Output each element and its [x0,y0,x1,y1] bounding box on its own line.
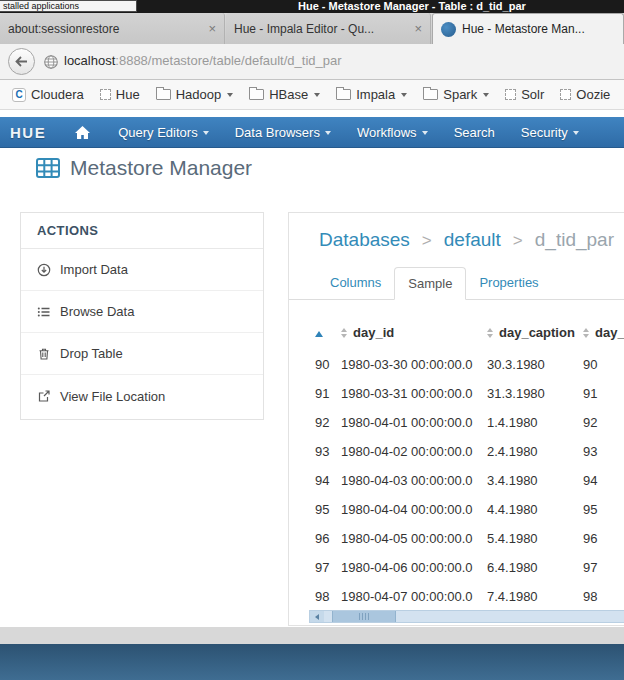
session-overlay-tab[interactable]: stalled applications [0,0,137,12]
breadcrumb-current-table: d_tid_par [535,229,614,250]
nav-data-browsers[interactable]: Data Browsers [222,117,344,147]
trash-icon [37,347,51,361]
table-cell: 31.3.1980 [487,379,583,408]
sample-table-body: 901980-03-30 00:00:00.030.3.198090911980… [315,350,624,611]
caret-down-icon [573,131,579,135]
arrow-left-icon [315,614,319,620]
table-cell: 1980-04-01 00:00:00.0 [341,408,487,437]
folder-icon [423,89,438,100]
breadcrumb-databases[interactable]: Databases [319,229,410,250]
nav-label: Data Browsers [235,125,320,140]
import-icon [37,263,51,277]
action-label: Drop Table [60,346,123,361]
action-import-data[interactable]: Import Data [21,249,263,291]
bookmark-folder-impala[interactable]: Impala [328,80,415,109]
url-field[interactable]: localhost:8888/metastore/table/default/d… [64,44,342,78]
table-cell: 3.4.1980 [487,466,583,495]
row-index-cell: 93 [315,437,341,466]
table-cell: 97 [583,553,624,582]
nav-label: Security [521,125,568,140]
caret-down-icon [401,93,407,97]
table-cell: 93 [583,437,624,466]
tab-sample[interactable]: Sample [394,267,466,300]
table-row: 941980-04-03 00:00:00.03.4.198094 [315,466,624,495]
table-cell: 1980-04-03 00:00:00.0 [341,466,487,495]
bookmark-oozie[interactable]: Oozie [552,80,618,109]
scroll-left-button[interactable] [310,611,324,622]
row-index-cell: 91 [315,379,341,408]
table-cell: 6.4.1980 [487,553,583,582]
tab-columns[interactable]: Columns [317,267,394,300]
desktop-footer-bar [0,644,624,680]
action-label: Browse Data [60,304,134,319]
horizontal-scrollbar[interactable] [309,610,624,623]
cloudera-icon: C [12,88,26,102]
row-index-cell: 96 [315,524,341,553]
bookmark-label: Solr [521,87,544,102]
caret-down-icon [422,131,428,135]
bookmark-folder-hadoop[interactable]: Hadoop [148,80,242,109]
sort-icon [341,328,347,338]
close-icon[interactable]: × [208,22,216,35]
close-icon[interactable]: × [414,22,422,35]
column-header-day-clipped[interactable]: day_ [583,322,624,350]
nav-search[interactable]: Search [441,117,508,147]
window-bottom-strip [0,627,624,644]
bookmark-cloudera[interactable]: C Cloudera [4,80,92,109]
table-row: 971980-04-06 00:00:00.06.4.198097 [315,553,624,582]
actions-panel: ACTIONS Import Data Browse Data Drop Tab… [20,212,264,420]
folder-icon [336,89,351,100]
back-arrow-icon [15,56,28,67]
breadcrumb-default[interactable]: default [444,229,501,250]
bookmark-folder-spark[interactable]: Spark [415,80,497,109]
bookmark-solr[interactable]: Solr [497,80,552,109]
column-label: day_caption [499,325,575,340]
column-header-day-id[interactable]: day_id [341,322,487,350]
action-label: View File Location [60,389,165,404]
table-cell: 30.3.1980 [487,350,583,379]
back-button[interactable] [8,48,35,75]
bookmark-label: Impala [356,87,395,102]
window-title: Hue - Metastore Manager - Table : d_tid_… [298,0,526,13]
scrollbar-thumb[interactable] [332,611,396,622]
actions-panel-header: ACTIONS [21,213,263,249]
globe-icon [43,54,59,70]
nav-workflows[interactable]: Workflows [344,117,441,147]
breadcrumb: Databases>default>d_tid_par [319,229,624,251]
table-row: 951980-04-04 00:00:00.04.4.198095 [315,495,624,524]
column-header-index[interactable] [315,322,341,350]
hue-logo[interactable]: HUE [10,124,46,141]
table-cell: 91 [583,379,624,408]
browser-tab-impala-editor[interactable]: Hue - Impala Editor - Qu... × [226,13,431,44]
table-cell: 95 [583,495,624,524]
table-row: 911980-03-31 00:00:00.031.3.198091 [315,379,624,408]
folder-icon [156,89,171,100]
bookmark-folder-hbase[interactable]: HBase [241,80,328,109]
nav-query-editors[interactable]: Query Editors [105,117,221,147]
table-cell: 7.4.1980 [487,582,583,611]
table-cell: 98 [583,582,624,611]
column-header-day-caption[interactable]: day_caption [487,322,583,350]
table-cell: 5.4.1980 [487,524,583,553]
default-bookmark-icon [100,89,111,100]
browser-tab-metastore-active[interactable]: Hue - Metastore Man... [432,13,624,44]
column-label: day_ [595,325,624,340]
page-title: Metastore Manager [70,156,252,180]
row-index-cell: 95 [315,495,341,524]
tab-properties[interactable]: Properties [466,267,551,300]
table-header-row: day_id day_caption day_ [315,322,624,350]
bookmark-label: Hadoop [176,87,222,102]
browser-tab-sessionrestore[interactable]: about:sessionrestore × [0,13,225,44]
breadcrumb-separator: > [513,231,523,250]
nav-security[interactable]: Security [508,117,592,147]
action-drop-table[interactable]: Drop Table [21,333,263,375]
bookmark-hue[interactable]: Hue [92,80,148,109]
hue-navbar: HUE Query Editors Data Browsers Workflow… [0,117,624,148]
home-button[interactable] [74,125,91,140]
action-browse-data[interactable]: Browse Data [21,291,263,333]
bookmark-label: Oozie [576,87,610,102]
sort-asc-icon [315,331,323,337]
action-view-file-location[interactable]: View File Location [21,375,263,417]
table-cell: 94 [583,466,624,495]
bookmark-label: HBase [269,87,308,102]
